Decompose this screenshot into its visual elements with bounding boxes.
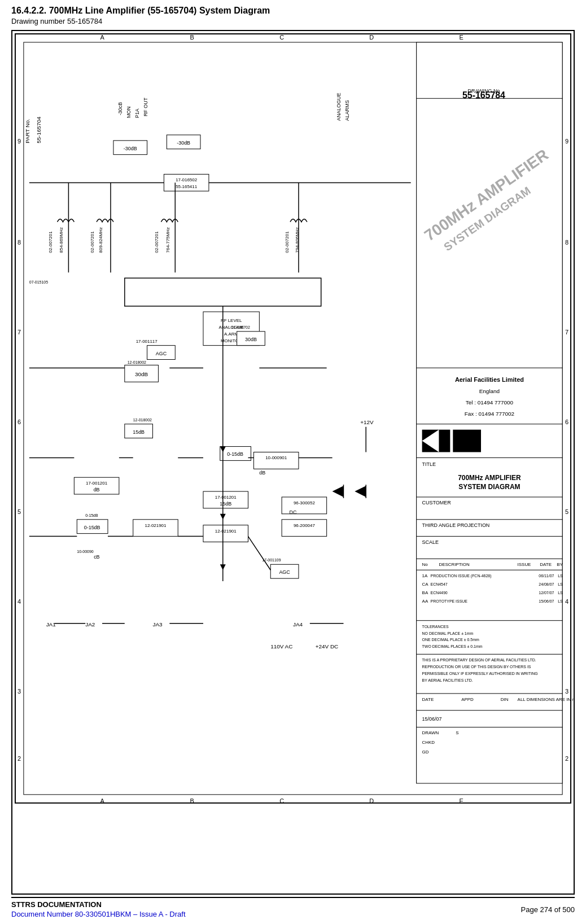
svg-text:RF OUT: RF OUT [143,97,148,116]
svg-text:ONE DECIMAL PLACE ± 0.5mm: ONE DECIMAL PLACE ± 0.5mm [422,638,479,642]
svg-text:ALARMS: ALARMS [344,100,350,121]
svg-text:CUSTOMER: CUSTOMER [422,500,452,505]
svg-text:PERMISSIBLE ONLY IF EXPRESSLY : PERMISSIBLE ONLY IF EXPRESSLY AUTHORISED… [422,672,538,675]
svg-text:CA: CA [422,582,429,587]
svg-text:D: D [369,34,374,41]
svg-text:No: No [422,562,428,567]
footer-left: STTRS DOCUMENTATION Document Number 80-3… [11,900,186,918]
svg-text:BY AERIAL FACILITIES LTD.: BY AERIAL FACILITIES LTD. [422,678,473,682]
svg-text:REPRODUCTION OR USE OF THIS DE: REPRODUCTION OR USE OF THIS DESIGN BY OT… [422,665,531,669]
svg-text:24/08/07: 24/08/07 [539,582,554,586]
svg-text:55-165784: 55-165784 [462,90,505,100]
svg-text:A: A [100,34,104,41]
svg-text:809-824MHz: 809-824MHz [98,227,103,252]
svg-text:S: S [456,730,458,735]
svg-text:07-015105: 07-015105 [29,280,48,284]
svg-text:CHKD: CHKD [422,740,435,745]
svg-text:LS: LS [558,599,563,603]
svg-text:12-018002: 12-018002 [133,418,152,422]
svg-text:B: B [190,34,194,41]
svg-text:LS: LS [558,591,563,595]
svg-text:SYSTEM DIAGRAM: SYSTEM DIAGRAM [458,483,520,491]
svg-text:15dB: 15dB [220,501,231,507]
page-number: Page 274 of 500 [521,905,575,914]
svg-text:PRODUCTION ISSUE (FCN-4628): PRODUCTION ISSUE (FCN-4628) [431,574,492,578]
svg-text:-30dB: -30dB [177,140,190,146]
svg-text:DIN: DIN [501,697,509,702]
svg-text:PART No.: PART No. [24,119,30,143]
diagram-container: A B C D E A B C D E 9 8 7 6 5 4 3 2 9 8 … [11,30,575,895]
svg-text:TWO DECIMAL PLACES ± 0.1mm: TWO DECIMAL PLACES ± 0.1mm [422,644,483,648]
svg-text:7: 7 [18,329,21,335]
page-wrapper: 16.4.2.2. 700MHz Line Amplifier (55-1657… [0,0,586,924]
svg-text:17-001201: 17-001201 [215,495,237,500]
svg-text:02-007201: 02-007201 [48,231,53,253]
svg-text:17-001117: 17-001117 [136,339,158,344]
svg-text:JA1: JA1 [46,621,56,627]
svg-text:Tel : 01494 777000: Tel : 01494 777000 [466,399,514,406]
svg-text:96-300052: 96-300052 [294,500,316,505]
svg-text:06/11/07: 06/11/07 [539,574,554,578]
svg-text:C: C [279,797,284,804]
svg-text:15/06/07: 15/06/07 [422,716,442,722]
svg-text:9: 9 [565,138,568,145]
svg-text:Fax : 01494 777002: Fax : 01494 777002 [465,411,515,417]
svg-text:0-15dB: 0-15dB [227,451,243,457]
svg-text:A.ARM: A.ARM [224,332,238,337]
svg-text:cB: cB [94,554,99,560]
svg-text:E: E [460,34,463,41]
svg-text:ANALOGUE: ANALOGUE [336,93,342,121]
svg-text:0-15dB: 0-15dB [85,513,98,517]
svg-text:17-001201: 17-001201 [86,481,108,486]
svg-text:RF LEVEL: RF LEVEL [221,318,242,323]
svg-text:DC: DC [290,509,297,515]
svg-text:12-021901: 12-021901 [215,529,237,534]
svg-text:+24V DC: +24V DC [316,643,339,650]
svg-text:17-016502: 17-016502 [176,177,198,182]
svg-text:2: 2 [565,755,568,762]
svg-text:Aerial Facilities Limited: Aerial Facilities Limited [455,376,524,383]
svg-text:ISSUE: ISSUE [518,562,531,567]
svg-text:PROTOTYPE ISSUE: PROTOTYPE ISSUE [431,599,468,603]
svg-text:England: England [479,388,500,394]
svg-text:BA: BA [422,590,428,595]
svg-text:02-007201: 02-007201 [154,231,159,253]
svg-text:TOLERANCES: TOLERANCES [422,625,449,629]
svg-text:30dB: 30dB [245,337,257,342]
svg-text:dB: dB [94,487,100,492]
svg-text:10-000901: 10-000901 [265,455,287,460]
svg-text:5: 5 [565,508,568,515]
svg-text:3: 3 [565,688,568,695]
svg-text:854-869MHz: 854-869MHz [59,227,64,252]
svg-text:55-165411: 55-165411 [176,184,198,189]
svg-text:GD: GD [422,749,429,755]
svg-text:AGC: AGC [279,569,290,575]
svg-text:E: E [460,797,463,804]
svg-text:12-018002: 12-018002 [128,360,146,364]
svg-text:1A: 1A [422,573,428,578]
svg-text:THIRD ANGLE PROJECTION: THIRD ANGLE PROJECTION [422,522,490,528]
svg-text:8: 8 [565,239,568,246]
svg-text:5: 5 [18,508,21,515]
svg-text:0-15dB: 0-15dB [84,525,100,530]
svg-text:C: C [279,34,284,41]
svg-text:DRAWN: DRAWN [422,730,439,735]
svg-text:DESCRIPTION: DESCRIPTION [439,562,470,567]
footer-section: STTRS DOCUMENTATION Document Number 80-3… [11,897,575,918]
svg-text:NO DECIMAL PLACE ± 1mm: NO DECIMAL PLACE ± 1mm [422,631,474,635]
svg-text:9: 9 [18,138,21,145]
svg-text:4: 4 [18,598,21,605]
svg-text:4: 4 [565,598,568,605]
svg-text:SCALE: SCALE [422,539,439,545]
svg-text:DATE: DATE [422,697,434,702]
drawing-number: Drawing number 55-165784 [11,17,575,25]
svg-text:TITLE: TITLE [422,461,436,467]
svg-text:JA3: JA3 [153,621,163,627]
svg-text:02-007201: 02-007201 [285,231,290,253]
svg-text:7: 7 [565,329,568,335]
technical-drawing: A B C D E A B C D E 9 8 7 6 5 4 3 2 9 8 … [12,31,574,806]
svg-text:10-00090: 10-00090 [77,550,93,553]
svg-rect-42 [453,430,481,452]
svg-text:30dB: 30dB [135,371,148,377]
svg-text:764-775MHz: 764-775MHz [165,227,170,252]
